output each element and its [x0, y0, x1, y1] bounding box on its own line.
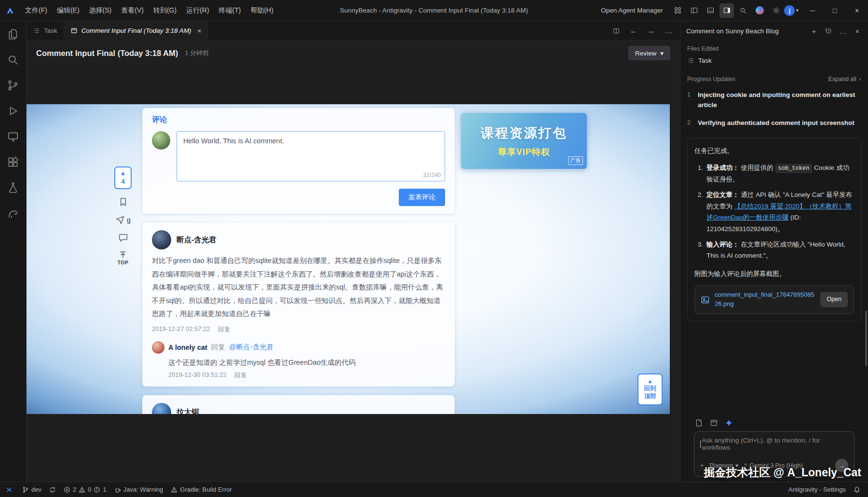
files-edited-section: Files Edited Task [687, 45, 861, 64]
reply-avatar [152, 341, 164, 354]
new-conversation-icon[interactable]: + [809, 26, 819, 36]
tab-active-label: Comment Input Final (Today 3:18 AM) [81, 27, 191, 34]
toggle-panel-icon[interactable] [703, 3, 718, 18]
reply-date: 2019-12-30 03:51:22 [168, 371, 227, 380]
completion-text: 任务已完成。 [694, 145, 854, 157]
gemini-icon[interactable] [752, 3, 767, 18]
menu-selection[interactable]: 选择(S) [84, 3, 117, 18]
review-chevron-icon: ▾ [660, 49, 664, 57]
open-attachment-button[interactable]: Open [820, 292, 848, 307]
java-status[interactable]: Java: Warning [110, 482, 167, 497]
bookmark-icon[interactable] [118, 197, 128, 207]
problems-indicator[interactable]: 2 0 1 [60, 482, 110, 497]
antigravity-settings-status[interactable]: Antigravity - Settings [785, 482, 850, 497]
notifications-bell-icon[interactable] [850, 482, 864, 497]
ad-banner[interactable]: 课程资源打包 尊享VIP特权 广告 [461, 113, 587, 169]
menu-edit[interactable]: 编辑(E) [52, 3, 84, 18]
response-step: 1. 登录成功： 使用提供的 sob_token Cookie 成功验证身份。 [694, 162, 854, 185]
account-chevron-icon[interactable]: ▾ [796, 7, 799, 14]
toggle-right-sidebar-icon[interactable] [719, 3, 734, 18]
remote-indicator-icon[interactable] [0, 482, 18, 497]
tab-comment-input-final[interactable]: Comment Input Final (Today 3:18 AM) × [64, 21, 208, 40]
files-edited-task-item[interactable]: Task [687, 57, 861, 64]
comment-bubble-icon[interactable] [118, 233, 128, 243]
post-comment-button[interactable]: 发表评论 [399, 189, 445, 206]
attachment-chip[interactable]: comment_input_final_1764789508526.png Op… [694, 285, 854, 314]
activity-bar [0, 21, 27, 482]
progress-item[interactable]: 2 Verifying authenticated comment input … [687, 118, 861, 128]
gradle-icon[interactable] [7, 207, 19, 220]
ad-tag: 广告 [568, 156, 583, 165]
menu-go[interactable]: 转到(G) [149, 3, 181, 18]
tab-task[interactable]: Task [27, 21, 64, 40]
sync-icon[interactable] [45, 482, 60, 497]
source-control-icon[interactable] [7, 79, 19, 92]
git-branch-indicator[interactable]: dev [18, 482, 45, 497]
vote-widget[interactable]: ▲ 4 [114, 166, 132, 189]
maximize-button[interactable]: □ [824, 0, 846, 21]
progress-item[interactable]: 1 Injecting cookie and inputting comment… [687, 90, 861, 110]
commenter-name: 断点-含光君 [176, 235, 217, 245]
expand-all-button[interactable]: Expand all ‹ [828, 76, 861, 83]
new-note-icon[interactable] [695, 419, 703, 427]
commenter-avatar [152, 403, 171, 414]
menu-view[interactable]: 查看(V) [116, 3, 149, 18]
explorer-icon[interactable] [7, 28, 19, 41]
tab-close-icon[interactable]: × [197, 27, 202, 35]
search-icon[interactable] [736, 3, 750, 18]
editor-more-actions-icon[interactable]: … [665, 27, 672, 35]
extensions-icon[interactable] [7, 156, 19, 168]
top-button[interactable]: TOP [118, 250, 129, 265]
comments-section-title: 评论 [152, 115, 445, 125]
reply-body: 这个还是知道的 之前学过mysql 也看过GreenDao生成的代码 [168, 358, 445, 367]
review-button[interactable]: Review ▾ [628, 46, 670, 60]
reply-word: 回复 [211, 343, 225, 352]
remote-explorer-icon[interactable] [7, 130, 19, 143]
history-icon[interactable] [824, 26, 833, 36]
navigate-forward-icon[interactable]: → [647, 27, 655, 35]
share-icon[interactable]: g [115, 215, 131, 225]
reply-reply-link[interactable]: 回复 [234, 371, 247, 380]
gemini-sparkle-icon[interactable] [725, 419, 733, 427]
tab-task-label: Task [44, 27, 57, 34]
panel-more-icon[interactable]: … [838, 26, 848, 36]
board-icon[interactable] [710, 419, 718, 427]
upvote-icon[interactable]: ▲ [120, 170, 126, 176]
split-editor-icon[interactable] [612, 27, 620, 35]
commenter-avatar [152, 230, 171, 249]
open-agent-manager-button[interactable]: Open Agent Manager [601, 7, 663, 14]
gradle-status[interactable]: Gradle: Build Error [167, 482, 236, 497]
account-avatar[interactable]: j [784, 5, 795, 16]
comment-item: 断点-含光君 对比下green dao 和普通自己写的sqlite就知道差别在哪… [142, 222, 455, 387]
menu-terminal[interactable]: 终端(T) [214, 3, 246, 18]
run-debug-icon[interactable] [7, 105, 19, 117]
settings-gear-icon[interactable] [769, 3, 783, 18]
comment-textarea[interactable]: Hello World, This is AI comment. [176, 131, 445, 181]
panel-scrollbar[interactable] [865, 311, 867, 366]
comment-reply-link[interactable]: 回复 [218, 325, 231, 334]
menu-help[interactable]: 帮助(H) [245, 3, 278, 18]
close-window-button[interactable]: × [846, 0, 868, 21]
search-sidebar-icon[interactable] [7, 54, 19, 66]
editor-content: ▲ 4 g TOP [27, 66, 680, 482]
minimize-button[interactable]: ─ [801, 0, 824, 21]
reply-mention-link[interactable]: @断点-含光君 [229, 343, 273, 352]
files-edited-label: Files Edited [687, 45, 861, 52]
collapse-chevron-icon: ‹ [859, 76, 861, 83]
comment-date: 2019-12-27 02:57:22 [152, 325, 210, 334]
testing-icon[interactable] [7, 181, 19, 194]
coffee-cup-icon [114, 486, 121, 493]
panel-close-icon[interactable]: × [853, 26, 862, 36]
agent-grid-icon[interactable] [670, 3, 685, 18]
menu-run[interactable]: 运行(R) [181, 3, 214, 18]
comment-form: 评论 Hello World, This is AI comment. 32/2… [142, 108, 455, 214]
progress-updates-label: Progress Updates [687, 76, 735, 83]
toggle-left-sidebar-icon[interactable] [687, 3, 701, 18]
menu-file[interactable]: 文件(F) [20, 3, 52, 18]
composer-placeholder: Ask anything (Ctrl+L), @ to mention, / f… [702, 437, 848, 451]
navigate-back-icon[interactable]: ← [630, 27, 637, 35]
reply-item: A lonely cat 回复 @断点-含光君 这个还是知道的 之前学过mysq… [152, 341, 445, 380]
artifact-header: Comment Input Final (Today 3:18 AM) 1 分钟… [27, 41, 680, 66]
comment-item: 拉大锯 GreenDao以你现有的知识可以写出来吗? 2019-12-27 05… [142, 395, 455, 414]
back-to-top-button[interactable]: ▲ 回到顶部 [637, 373, 663, 405]
